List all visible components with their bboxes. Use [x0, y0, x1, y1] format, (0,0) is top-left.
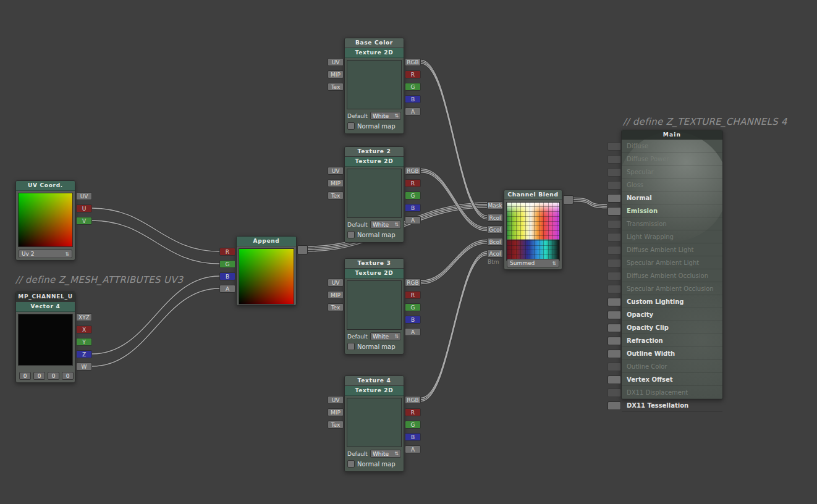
- vector4-value-1[interactable]: 0: [33, 372, 45, 380]
- channel-blend-input-port-gcol[interactable]: Gcol: [487, 225, 503, 233]
- texture-4-output-port-a[interactable]: A: [405, 445, 421, 453]
- channel-blend-input-port-acol[interactable]: Acol: [487, 250, 503, 258]
- main-input-connector-specular[interactable]: [607, 168, 621, 177]
- append-input-port-g[interactable]: G: [219, 260, 235, 268]
- texture-2-input-port-uv[interactable]: UV: [328, 167, 344, 175]
- texture-4-output-port-rgb[interactable]: RGB: [405, 396, 421, 404]
- main-input-connector-diffuse-ambient-occlusion[interactable]: [607, 272, 621, 280]
- texture-2-output-port-rgb[interactable]: RGB: [405, 167, 421, 175]
- main-input-connector-outline-color[interactable]: [607, 363, 621, 371]
- main-input-connector-refraction[interactable]: [607, 337, 621, 345]
- texture-2-output-port-r[interactable]: R: [405, 179, 421, 187]
- append-input-port-b[interactable]: B: [219, 272, 235, 280]
- normal-map-checkbox[interactable]: [347, 343, 355, 350]
- vector4-output-port-z[interactable]: Z: [76, 350, 92, 358]
- texture-3-output-port-b[interactable]: B: [405, 316, 421, 324]
- texture-3-output-port-rgb[interactable]: RGB: [405, 279, 421, 287]
- main-input-connector-opacity[interactable]: [607, 311, 621, 319]
- texture-1-input-port-tex[interactable]: Tex: [328, 83, 344, 91]
- main-input-connector-diffuse[interactable]: [607, 142, 621, 151]
- append-input-port-a[interactable]: A: [219, 285, 235, 293]
- node-title[interactable]: Base Color: [345, 38, 404, 48]
- texture-3-input-port-tex[interactable]: Tex: [328, 303, 344, 311]
- blend-mode-dropdown[interactable]: Summed ⇅: [507, 259, 559, 267]
- texture-4-input-port-mip[interactable]: MIP: [328, 408, 344, 416]
- texture-3-input-port-uv[interactable]: UV: [328, 279, 344, 287]
- node-title[interactable]: Texture 3: [345, 259, 404, 269]
- texture-2-output-port-g[interactable]: G: [405, 191, 421, 200]
- main-input-connector-vertex-offset[interactable]: [607, 376, 621, 384]
- main-input-connector-normal[interactable]: [607, 194, 621, 203]
- texture-1-output-port-rgb[interactable]: RGB: [405, 58, 421, 66]
- texture-4-output-port-r[interactable]: R: [405, 408, 421, 416]
- main-input-connector-specular-ambient-occlusion[interactable]: [607, 285, 621, 293]
- texture-2-output-port-a[interactable]: A: [405, 216, 421, 224]
- vector4-output-port-w[interactable]: W: [76, 363, 92, 371]
- node-texture-2[interactable]: Texture 2Texture 2DDefaultWhite⇅Normal m…: [344, 146, 404, 243]
- node-title[interactable]: Append: [237, 237, 296, 246]
- texture-1-output-port-a[interactable]: A: [405, 107, 421, 116]
- channel-blend-input-port-mask[interactable]: Mask: [487, 201, 503, 209]
- texture-4-input-port-tex[interactable]: Tex: [328, 421, 344, 429]
- texture-3-output-port-a[interactable]: A: [405, 328, 421, 336]
- texture-3-output-port-r[interactable]: R: [405, 291, 421, 299]
- main-input-connector-outline-width[interactable]: [607, 350, 621, 358]
- channel-blend-input-port-rcol[interactable]: Rcol: [487, 214, 503, 222]
- node-title[interactable]: Channel Blend: [504, 190, 562, 200]
- channel-blend-input-port-bcol[interactable]: Bcol: [487, 238, 503, 246]
- vector4-value-3[interactable]: 0: [62, 372, 74, 380]
- append-input-port-r[interactable]: R: [219, 248, 235, 256]
- uv-channel-dropdown[interactable]: Uv 2 ⇅: [19, 250, 72, 258]
- texture-1-output-port-g[interactable]: G: [405, 83, 421, 91]
- node-title[interactable]: Texture 2: [345, 147, 404, 157]
- main-input-connector-dx11-tessellation[interactable]: [607, 401, 621, 410]
- main-input-connector-specular-ambient-light[interactable]: [607, 259, 621, 267]
- texture-4-input-port-uv[interactable]: UV: [328, 396, 344, 404]
- texture-2-input-port-mip[interactable]: MIP: [328, 179, 344, 187]
- vector4-value-0[interactable]: 0: [19, 372, 31, 380]
- uv-coord-output-port-v[interactable]: V: [76, 217, 92, 225]
- texture-4-output-port-b[interactable]: B: [405, 433, 421, 441]
- node-base-color[interactable]: Base ColorTexture 2DDefaultWhite⇅Normal …: [344, 38, 404, 134]
- texture-2-output-port-b[interactable]: B: [405, 204, 421, 212]
- main-input-connector-transmission[interactable]: [607, 220, 621, 229]
- main-input-connector-diffuse-ambient-light[interactable]: [607, 246, 621, 254]
- node-title[interactable]: UV Coord.: [16, 181, 75, 191]
- node-title[interactable]: Texture 4: [345, 376, 404, 386]
- texture-4-output-port-g[interactable]: G: [405, 421, 421, 429]
- texture-default-dropdown[interactable]: White⇅: [370, 112, 401, 120]
- main-input-connector-diffuse-power[interactable]: [607, 155, 621, 164]
- main-input-connector-gloss[interactable]: [607, 181, 621, 190]
- main-input-connector-dx11-displacement[interactable]: [607, 388, 621, 397]
- texture-1-input-port-uv[interactable]: UV: [328, 58, 344, 66]
- vector4-value-2[interactable]: 0: [48, 372, 59, 380]
- texture-default-dropdown[interactable]: White⇅: [370, 220, 401, 229]
- node-main[interactable]: Main DiffuseDiffuse PowerSpecularGlossNo…: [621, 130, 723, 400]
- texture-1-input-port-mip[interactable]: MIP: [328, 70, 344, 78]
- node-vector4[interactable]: MP_CHANNEL_U Vector 4 0000: [15, 292, 75, 383]
- main-input-connector-emission[interactable]: [607, 207, 621, 216]
- node-title[interactable]: MP_CHANNEL_U: [16, 292, 75, 302]
- main-input-connector-light-wrapping[interactable]: [607, 233, 621, 242]
- vector4-output-port-y[interactable]: Y: [76, 338, 92, 346]
- normal-map-checkbox[interactable]: [347, 122, 355, 130]
- texture-1-output-port-b[interactable]: B: [405, 95, 421, 103]
- normal-map-checkbox[interactable]: [347, 231, 355, 238]
- vector4-output-port-xyz[interactable]: XYZ: [76, 313, 92, 321]
- main-input-connector-custom-lighting[interactable]: [607, 298, 621, 306]
- append-output-connector[interactable]: [297, 245, 308, 254]
- texture-3-output-port-g[interactable]: G: [405, 303, 421, 311]
- normal-map-checkbox[interactable]: [347, 460, 355, 468]
- texture-1-output-port-r[interactable]: R: [405, 70, 421, 78]
- vector4-output-port-x[interactable]: X: [76, 326, 92, 334]
- node-texture-3[interactable]: Texture 3Texture 2DDefaultWhite⇅Normal m…: [344, 258, 404, 355]
- texture-2-input-port-tex[interactable]: Tex: [328, 191, 344, 200]
- texture-default-dropdown[interactable]: White⇅: [370, 332, 401, 340]
- texture-default-dropdown[interactable]: White⇅: [370, 450, 401, 458]
- node-graph-canvas[interactable]: // define Z_MESH_ATTRIBUTES UV3 // defin…: [0, 0, 817, 504]
- node-title[interactable]: Main: [622, 130, 722, 140]
- node-append[interactable]: Append: [236, 236, 297, 306]
- node-uv-coord[interactable]: UV Coord. Uv 2 ⇅: [15, 180, 75, 261]
- channel-blend-output-connector[interactable]: [563, 195, 574, 204]
- uv-coord-output-port-u[interactable]: U: [76, 204, 92, 212]
